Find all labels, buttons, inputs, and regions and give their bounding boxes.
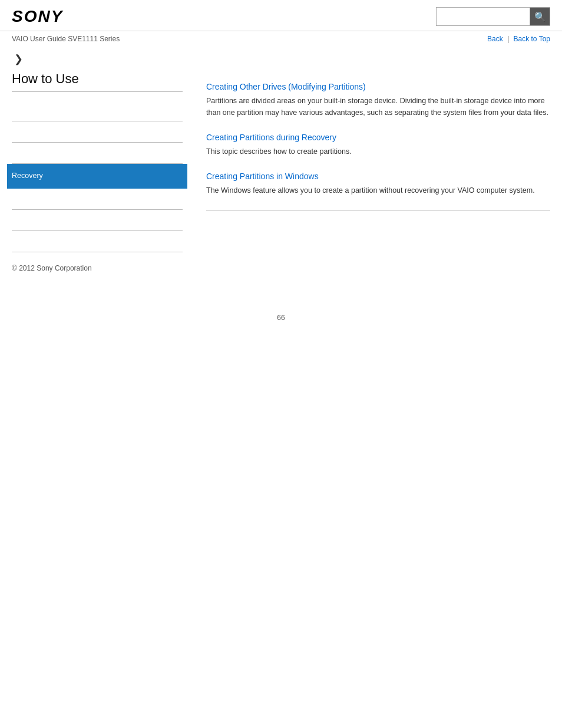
guide-title: VAIO User Guide SVE1111 Series bbox=[12, 35, 120, 43]
copyright: © 2012 Sony Corporation bbox=[12, 264, 92, 272]
search-input[interactable] bbox=[436, 7, 530, 26]
back-to-top-link[interactable]: Back to Top bbox=[514, 35, 550, 43]
page-number: 66 bbox=[0, 314, 562, 322]
section-body-creating-other-drives: Partitions are divided areas on your bui… bbox=[206, 95, 550, 118]
search-button[interactable]: 🔍 bbox=[530, 7, 550, 26]
sony-logo: SONY bbox=[12, 7, 63, 26]
section-body-creating-partitions-windows: The Windows feature allows you to create… bbox=[206, 185, 550, 196]
sidebar-item-1 bbox=[12, 100, 183, 121]
sidebar-item-6 bbox=[12, 210, 183, 231]
sidebar-arrow: ❯ bbox=[14, 52, 183, 65]
nav-separator: | bbox=[507, 35, 509, 43]
sidebar: ❯ How to Use Recovery bbox=[12, 52, 194, 252]
sidebar-title: How to Use bbox=[12, 71, 183, 92]
sidebar-item-3 bbox=[12, 143, 183, 164]
section-creating-partitions-windows: Creating Partitions in Windows The Windo… bbox=[206, 172, 550, 196]
footer: © 2012 Sony Corporation bbox=[0, 252, 562, 278]
sub-header: VAIO User Guide SVE1111 Series Back | Ba… bbox=[0, 31, 562, 47]
section-creating-other-drives: Creating Other Drives (Modifying Partiti… bbox=[206, 82, 550, 118]
content-divider bbox=[206, 210, 550, 211]
content-area: Creating Other Drives (Modifying Partiti… bbox=[194, 52, 550, 252]
nav-links: Back | Back to Top bbox=[487, 35, 550, 43]
page-header: SONY 🔍 bbox=[0, 0, 562, 31]
sidebar-item-7 bbox=[12, 231, 183, 252]
search-box: 🔍 bbox=[436, 7, 550, 26]
section-creating-partitions-recovery: Creating Partitions during Recovery This… bbox=[206, 133, 550, 157]
section-title-creating-other-drives[interactable]: Creating Other Drives (Modifying Partiti… bbox=[206, 82, 550, 91]
section-body-creating-partitions-recovery: This topic describes how to create parti… bbox=[206, 146, 550, 157]
main-container: ❯ How to Use Recovery Creating Other Dri… bbox=[0, 52, 562, 252]
sidebar-item-5 bbox=[12, 189, 183, 210]
section-title-creating-partitions-windows[interactable]: Creating Partitions in Windows bbox=[206, 172, 550, 181]
sidebar-item-2 bbox=[12, 121, 183, 143]
back-link[interactable]: Back bbox=[487, 35, 503, 43]
section-title-creating-partitions-recovery[interactable]: Creating Partitions during Recovery bbox=[206, 133, 550, 142]
search-icon: 🔍 bbox=[534, 11, 546, 22]
sidebar-item-recovery[interactable]: Recovery bbox=[7, 164, 187, 189]
